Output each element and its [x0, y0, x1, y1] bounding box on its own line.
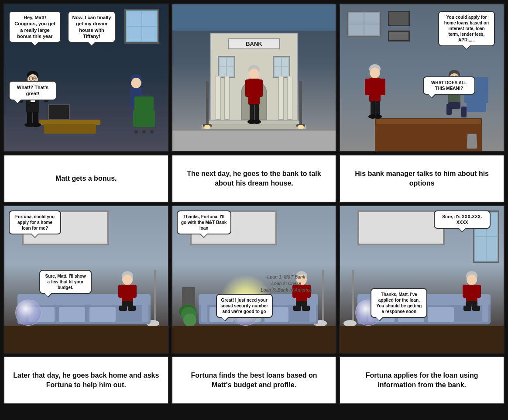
- svg-rect-37: [380, 79, 385, 95]
- speech-bubble-p6-1: Sure, it's XXX-XXX-XXXX: [434, 210, 491, 229]
- comic-grid: Hey, Matt! Congrats, you get a really la…: [0, 0, 508, 408]
- caption-text-2: The next day, he goes to the bank to tal…: [181, 169, 327, 189]
- speech-bubble-p4-1: Fortuna, could you apply for a home loan…: [9, 210, 61, 234]
- panel-4: Fortuna, could you apply for a home loan…: [3, 205, 169, 354]
- svg-point-54: [123, 275, 132, 284]
- svg-point-9: [31, 123, 41, 127]
- svg-rect-29: [254, 104, 259, 121]
- speech-bubble-3: What!? That's great!: [9, 81, 57, 100]
- svg-rect-39: [375, 101, 380, 116]
- svg-rect-27: [258, 79, 263, 97]
- panel-2: BANK: [172, 3, 337, 152]
- svg-rect-57: [132, 285, 137, 298]
- orb-fortuna: [15, 300, 41, 326]
- svg-point-31: [252, 120, 261, 124]
- svg-rect-68: [293, 306, 301, 311]
- svg-rect-26: [245, 79, 250, 97]
- caption-text-5: Fortuna finds the best loans based on Ma…: [181, 371, 327, 390]
- caption-2: The next day, he goes to the bank to tal…: [172, 155, 337, 203]
- caption-4: Later that day, he goes back home and as…: [3, 356, 169, 404]
- speech-bubble-p3-2: WHAT DOES ALL THIS MEAN!?: [423, 76, 475, 95]
- panel-1: Hey, Matt! Congrats, you get a really la…: [3, 3, 169, 152]
- speech-bubble-p5-2: Great! I just need your social security …: [216, 294, 273, 318]
- panel-5: Loan 1: M&T BankLoan 2: ChaseLoan 3: Ban…: [172, 205, 337, 354]
- svg-rect-50: [446, 104, 452, 115]
- caption-5: Fortuna finds the best loans based on Ma…: [172, 356, 337, 404]
- svg-rect-38: [371, 101, 375, 116]
- speech-bubble-1: Hey, Matt! Congrats, you get a really la…: [9, 11, 61, 43]
- svg-rect-78: [472, 306, 480, 311]
- svg-point-41: [373, 114, 382, 119]
- caption-1: Matt gets a bonus.: [3, 155, 169, 203]
- speech-bubble-p6-2: Thanks, Matt. I've applied for the loan.…: [371, 288, 427, 318]
- svg-rect-74: [463, 285, 467, 298]
- svg-rect-60: [128, 306, 136, 311]
- svg-rect-35: [369, 78, 381, 102]
- svg-point-17: [131, 78, 141, 87]
- svg-rect-51: [461, 107, 467, 117]
- svg-rect-56: [118, 285, 123, 298]
- caption-text-3: His bank manager talks to him about his …: [349, 169, 495, 189]
- svg-rect-25: [248, 79, 260, 105]
- svg-point-24: [249, 69, 259, 78]
- svg-rect-59: [119, 306, 127, 311]
- panel-3: You could apply for home loans based on …: [339, 3, 505, 152]
- caption-text-1: Matt gets a bonus.: [55, 174, 117, 183]
- svg-rect-75: [477, 285, 481, 298]
- caption-text-6: Fortuna applies for the loan using infor…: [349, 371, 495, 390]
- loan-list: Loan 1: M&T BankLoan 2: ChaseLoan 3: Ban…: [261, 274, 312, 293]
- svg-rect-36: [365, 79, 370, 95]
- panel-6: Sure, it's XXX-XXX-XXXX Thanks, Matt. I'…: [339, 205, 505, 354]
- speech-bubble-p5-1: Thanks, Fortuna. I'll go with the M&T Ba…: [177, 210, 231, 234]
- svg-rect-73: [466, 285, 477, 302]
- svg-rect-69: [302, 306, 310, 311]
- svg-rect-28: [250, 104, 254, 121]
- caption-6: Fortuna applies for the loan using infor…: [339, 356, 505, 404]
- svg-rect-77: [463, 306, 471, 311]
- caption-text-4: Later that day, he goes back home and as…: [13, 371, 159, 390]
- svg-rect-55: [122, 285, 133, 302]
- speech-bubble-p4-2: Sure, Matt. I'll show a few that fit you…: [39, 270, 92, 294]
- caption-3: His bank manager talks to him about his …: [339, 155, 505, 203]
- bank-sign: BANK: [228, 38, 280, 49]
- speech-bubble-2: Now, I can finally get my dream house wi…: [68, 11, 116, 43]
- svg-point-72: [467, 275, 477, 284]
- svg-point-34: [370, 68, 380, 77]
- speech-bubble-p3-1: You could apply for home loans based on …: [438, 11, 495, 46]
